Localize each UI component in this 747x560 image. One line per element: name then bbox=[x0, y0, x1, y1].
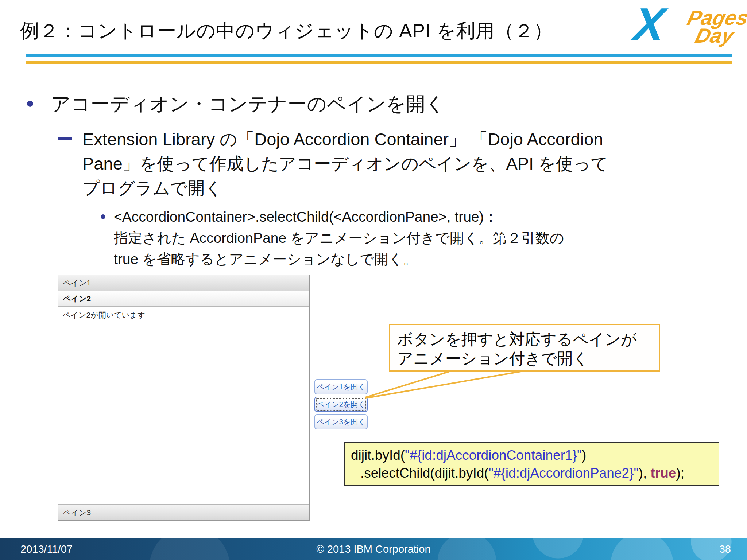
xpagesday-logo: X Pages Day bbox=[634, 7, 740, 50]
callout-box: ボタンを押すと対応するペインが アニメーション付きで開く bbox=[389, 324, 660, 372]
bullet3-line2: 指定された AccordionPane をアニメーション付きで開く。第２引数の bbox=[114, 228, 564, 249]
bullet3-line3: true を省略するとアニメーションなしで開く。 bbox=[114, 249, 564, 270]
logo-wordmark: Pages Day bbox=[681, 9, 747, 45]
bullet3-line1: <AccordionContainer>.selectChild(<Accord… bbox=[114, 206, 564, 228]
open-pane1-button[interactable]: ペイン1を開く bbox=[314, 379, 368, 394]
callout-line1: ボタンを押すと対応するペインが bbox=[397, 330, 652, 349]
code-token: .selectChild(dijit.byId( bbox=[360, 466, 489, 481]
bullet3-text: <AccordionContainer>.selectChild(<Accord… bbox=[114, 206, 564, 270]
open-pane2-button[interactable]: ペイン2を開く bbox=[314, 397, 368, 412]
callout-line2: アニメーション付きで開く bbox=[397, 349, 652, 368]
accordion-pane2-header[interactable]: ペイン2 bbox=[58, 291, 309, 307]
title-rule-yellow bbox=[26, 61, 732, 64]
title-rule-blue bbox=[26, 54, 732, 57]
bullet2-line3: プログラムで開く bbox=[82, 176, 608, 200]
accordion-pane1-header[interactable]: ペイン1 bbox=[58, 275, 309, 291]
accordion-container: ペイン1 ペイン2 ペイン2が開いています ペイン3 bbox=[58, 275, 310, 521]
open-pane3-button[interactable]: ペイン3を開く bbox=[314, 414, 368, 429]
footer-copyright: © 2013 IBM Corporation bbox=[0, 543, 747, 555]
button-column: ペイン1を開く ペイン2を開く ペイン3を開く bbox=[314, 379, 368, 429]
code-line2: .selectChild(dijit.byId("#{id:djAccordio… bbox=[351, 464, 713, 482]
sub-bullet-dot bbox=[101, 214, 105, 219]
code-box: dijit.byId("#{id:djAccordionContainer1}"… bbox=[344, 442, 719, 486]
logo-x-glyph: X bbox=[631, 1, 667, 47]
bullet1-text: アコーディオン・コンテナーのペインを開く bbox=[51, 91, 445, 117]
accordion-pane3-header[interactable]: ペイン3 bbox=[58, 505, 309, 520]
accordion-pane2-content: ペイン2が開いています bbox=[58, 307, 309, 505]
code-token-bool: true bbox=[651, 466, 676, 481]
code-token: ) bbox=[582, 448, 586, 463]
code-line1: dijit.byId("#{id:djAccordionContainer1}"… bbox=[351, 446, 713, 464]
logo-word-day: Day bbox=[681, 27, 746, 44]
slide: 例２：コントロールの中のウィジェットの API を利用（２） X Pages D… bbox=[0, 0, 747, 560]
bullet2-line2: Pane」を使って作成したアコーディオンのペインを、API を使って bbox=[82, 151, 608, 176]
page-title: 例２：コントロールの中のウィジェットの API を利用（２） bbox=[20, 18, 553, 44]
code-token: dijit.byId( bbox=[351, 448, 405, 463]
dash-bullet bbox=[58, 137, 72, 140]
bullet2-text: Extension Library の「Dojo Accordion Conta… bbox=[82, 127, 608, 200]
bullet-dot bbox=[27, 101, 33, 107]
code-token: ); bbox=[676, 466, 684, 481]
code-token-string: "#{id:djAccordionPane2}" bbox=[489, 466, 639, 481]
bullet2-line1: Extension Library の「Dojo Accordion Conta… bbox=[82, 127, 608, 151]
code-token-string: "#{id:djAccordionContainer1}" bbox=[405, 448, 582, 463]
footer-bar: 2013/11/07 © 2013 IBM Corporation 38 bbox=[0, 538, 747, 560]
footer-page-number: 38 bbox=[719, 543, 731, 555]
code-token: ), bbox=[639, 466, 651, 481]
